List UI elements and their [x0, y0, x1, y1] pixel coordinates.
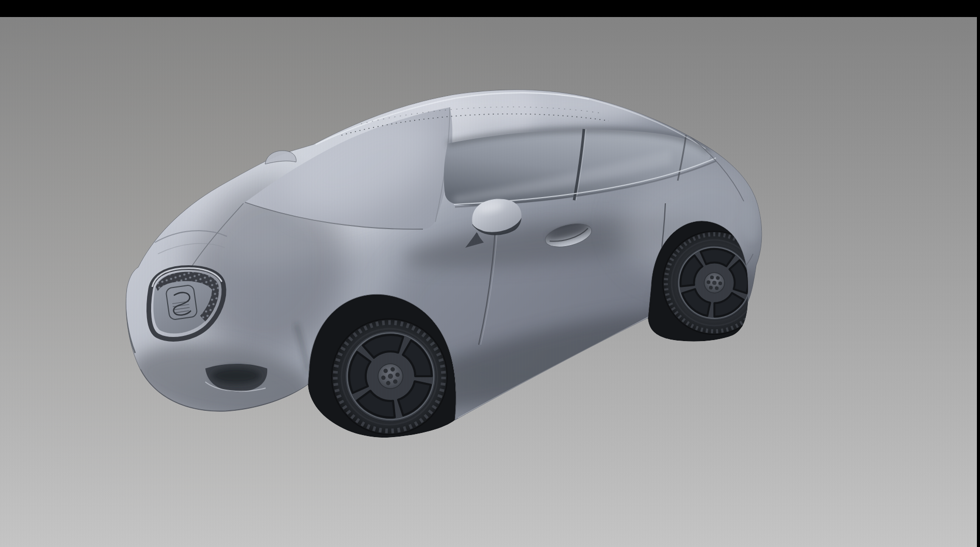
car-render: [0, 17, 977, 547]
letterbox-top: [0, 0, 980, 17]
render-streak-texture: [0, 17, 977, 547]
letterbox-right: [977, 0, 980, 547]
render-canvas: [0, 0, 980, 547]
render-viewport: [0, 0, 980, 547]
